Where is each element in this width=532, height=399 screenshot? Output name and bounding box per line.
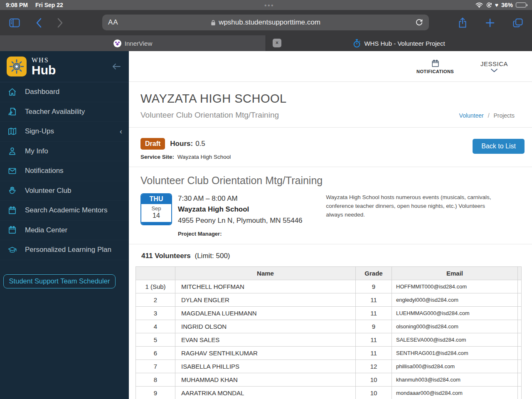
cell-num: 7 bbox=[136, 360, 175, 373]
back-to-list-button[interactable]: Back to List bbox=[473, 139, 525, 154]
breadcrumb-separator: / bbox=[488, 112, 490, 119]
sidebar-item-volunteer-club[interactable]: Volunteer Club bbox=[0, 181, 129, 201]
share-icon[interactable] bbox=[458, 17, 467, 28]
calendar-day: THU bbox=[141, 194, 171, 204]
page-title: WAYZATA HIGH SCHOOL bbox=[140, 92, 520, 106]
tab-innerview[interactable]: InnerView bbox=[0, 35, 266, 51]
notifications-button[interactable]: NOTIFICATIONS bbox=[416, 59, 454, 74]
cell-email: HOFFMMIT000@isd284.com bbox=[392, 280, 518, 293]
reload-icon[interactable] bbox=[415, 19, 423, 27]
cell-extra bbox=[518, 307, 522, 320]
sidebar-item-dashboard[interactable]: Dashboard bbox=[0, 82, 129, 102]
calendar-icon bbox=[431, 59, 440, 68]
stopwatch-favicon bbox=[353, 39, 361, 48]
cell-grade: 11 bbox=[356, 293, 392, 307]
sidebar-item-label: Media Center bbox=[25, 226, 67, 234]
table-row: 4INGRID OLSON9olsoning000@isd284.com bbox=[136, 320, 522, 333]
volunteer-count: 411 Volunteers bbox=[141, 252, 191, 260]
cell-num: 2 bbox=[136, 293, 175, 307]
table-row: 2DYLAN ENGLER11engledyl000@isd284.com bbox=[136, 293, 522, 307]
sidebar-toggle-icon[interactable] bbox=[9, 18, 20, 27]
sidebar-item-label: Dashboard bbox=[25, 88, 59, 96]
sidebar-collapse-icon[interactable] bbox=[111, 62, 121, 71]
sidebar-item-media-center[interactable]: Media Center bbox=[0, 221, 129, 241]
sidebar-item-label: Sign-Ups bbox=[25, 127, 54, 135]
heart-icon: ♥ bbox=[495, 2, 498, 8]
table-row: 1 (Sub)MITCHELL HOFFMAN9HOFFMMIT000@isd2… bbox=[136, 280, 522, 293]
sidebar-item-label: Search Academic Mentors bbox=[25, 206, 107, 214]
calendar-date: 14 bbox=[141, 212, 171, 222]
tab-bar: InnerView × WHS Hub - Volunteer Project bbox=[0, 35, 532, 51]
address-bar[interactable]: AA wpshub.studentsupporttime.com bbox=[102, 15, 429, 30]
event-description: Wayzata High School hosts numerous event… bbox=[326, 193, 501, 238]
tabs-icon[interactable] bbox=[513, 18, 523, 27]
cell-email: olsoning000@isd284.com bbox=[392, 320, 518, 333]
user-menu[interactable]: JESSICA bbox=[480, 60, 508, 72]
column-header-grade: Grade bbox=[356, 267, 392, 280]
cell-name: ISABELLA PHILLIPS bbox=[175, 360, 356, 373]
cell-num: 5 bbox=[136, 333, 175, 347]
table-header-row: Name Grade Email bbox=[136, 267, 522, 280]
forward-icon[interactable] bbox=[57, 18, 63, 28]
cell-extra bbox=[518, 360, 522, 373]
tab-title: WHS Hub - Volunteer Project bbox=[364, 40, 445, 47]
cell-num: 9 bbox=[136, 387, 175, 399]
hand-icon bbox=[7, 186, 17, 195]
cell-name: EVAN SALES bbox=[175, 333, 356, 347]
cell-email: phillisa000@isd284.com bbox=[392, 360, 518, 373]
url-text: wpshub.studentsupporttime.com bbox=[219, 18, 320, 27]
sidebar-item-notifications[interactable]: Notifications bbox=[0, 161, 129, 181]
cell-grade: 12 bbox=[356, 360, 392, 373]
new-tab-icon[interactable] bbox=[485, 18, 495, 27]
sidebar-item-label: Personalized Learning Plan bbox=[25, 246, 111, 254]
cell-name: MITCHELL HOFFMAN bbox=[175, 280, 356, 293]
cell-name: AARATRIKA MONDAL bbox=[175, 387, 356, 399]
event-time: 7:30 AM – 8:00 AM bbox=[178, 193, 326, 204]
envelope-icon bbox=[7, 166, 17, 176]
tab-whs-hub[interactable]: × WHS Hub - Volunteer Project bbox=[266, 35, 532, 51]
sidebar-item-search-academic-mentors[interactable]: Search Academic Mentors bbox=[0, 201, 129, 221]
status-badge: Draft bbox=[140, 138, 165, 150]
back-icon[interactable] bbox=[36, 18, 42, 28]
calendar-icon bbox=[7, 206, 17, 215]
cell-extra bbox=[518, 387, 522, 399]
cell-grade: 11 bbox=[356, 307, 392, 320]
home-icon bbox=[7, 87, 17, 97]
battery-icon bbox=[516, 2, 526, 7]
sidebar: WHS Hub Dashboard bbox=[0, 51, 129, 399]
cell-email: SALESEVA000@isd284.com bbox=[392, 333, 518, 347]
cell-name: MUHAMMAD KHAN bbox=[175, 373, 356, 387]
sidebar-item-my-info[interactable]: My Info bbox=[0, 142, 129, 162]
cell-grade: 9 bbox=[356, 320, 392, 333]
cell-name: MAGDALENA LUEHMANN bbox=[175, 307, 356, 320]
page-header: NOTIFICATIONS JESSICA bbox=[129, 51, 532, 82]
student-support-team-scheduler-button[interactable]: Student Support Team Scheduler bbox=[3, 274, 116, 288]
cell-name: INGRID OLSON bbox=[175, 320, 356, 333]
cell-extra bbox=[518, 333, 522, 347]
sidebar-item-sign-ups[interactable]: Sign-Ups ‹ bbox=[0, 122, 129, 142]
person-icon bbox=[7, 146, 17, 156]
status-time: 9:08 PM bbox=[6, 2, 28, 8]
battery-percent: 36% bbox=[501, 2, 513, 8]
app-logo: WHS Hub bbox=[0, 51, 129, 82]
hours-value: 0.5 bbox=[195, 140, 205, 148]
table-row: 9AARATRIKA MONDAL10mondaaar000@isd284.co… bbox=[136, 387, 522, 399]
column-header-number bbox=[136, 267, 175, 280]
event-location: Wayzata High School bbox=[178, 204, 326, 215]
breadcrumb-volunteer-link[interactable]: Volunteer bbox=[459, 112, 484, 119]
cell-grade: 10 bbox=[356, 373, 392, 387]
event-block: Volunteer Club Orientation Mtg/Training … bbox=[129, 167, 532, 244]
table-row: 6RAGHAV SENTHILKUMAR11SENTHRAG001@isd284… bbox=[136, 347, 522, 360]
status-date: Fri Sep 22 bbox=[35, 2, 63, 8]
sidebar-item-personalized-learning-plan[interactable]: Personalized Learning Plan bbox=[0, 240, 129, 260]
cell-name: RAGHAV SENTHILKUMAR bbox=[175, 347, 356, 360]
calendar-date-card: THU Sep 14 bbox=[140, 193, 172, 225]
cell-num: 4 bbox=[136, 320, 175, 333]
cell-name: DYLAN ENGLER bbox=[175, 293, 356, 307]
volunteer-table: Name Grade Email 1 (Sub)MITCHELL HOFFMAN… bbox=[135, 266, 522, 399]
close-icon[interactable]: × bbox=[273, 39, 281, 47]
sidebar-item-teacher-availability[interactable]: Teacher Availability bbox=[0, 102, 129, 122]
tab-title: InnerView bbox=[125, 40, 152, 47]
table-row: 8MUHAMMAD KHAN10khanmuh003@isd284.com bbox=[136, 373, 522, 387]
sidebar-item-label: Notifications bbox=[25, 167, 64, 175]
